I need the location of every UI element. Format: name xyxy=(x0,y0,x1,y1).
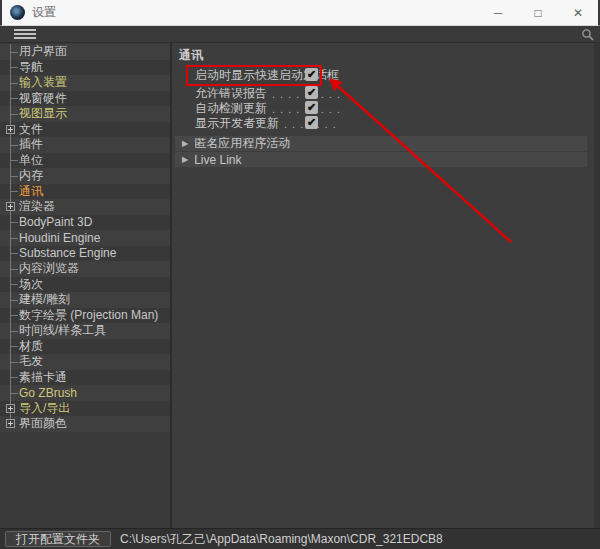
statusbar: 打开配置文件夹 C:\Users\孔乙己\AppData\Roaming\Max… xyxy=(0,528,600,549)
sidebar-item-label: 材质 xyxy=(19,338,43,355)
preferences-tree: 用户界面 导航 输入装置 视窗硬件 视图显示 文件 插件 单位 内存 通讯 渲染… xyxy=(0,43,172,528)
sidebar-item-modeling-sculpting[interactable]: 建模/雕刻 xyxy=(0,292,170,308)
preferences-window: 设置 ─ □ ✕ 用户界面 导航 输入装置 视窗硬件 视图显示 文件 插件 单位 xyxy=(0,0,600,549)
sidebar-item-go-zbrush[interactable]: Go ZBrush xyxy=(0,385,170,401)
expand-plus-icon[interactable] xyxy=(6,125,15,134)
sidebar-item-label: 毛发 xyxy=(19,353,43,370)
sidebar-item-input-devices[interactable]: 输入装置 xyxy=(0,75,170,91)
sidebar-item-hair[interactable]: 毛发 xyxy=(0,354,170,370)
search-icon[interactable] xyxy=(581,28,595,42)
sidebar-item-bodypaint-3d[interactable]: BodyPaint 3D xyxy=(0,215,170,231)
checkbox-checked[interactable]: ✔ xyxy=(305,68,318,81)
checkbox-checked[interactable]: ✔ xyxy=(305,116,318,129)
sidebar-item-label: Go ZBrush xyxy=(19,386,77,400)
sidebar-item-label: 通讯 xyxy=(19,183,43,200)
group-label: 匿名应用程序活动 xyxy=(194,135,290,152)
titlebar: 设置 ─ □ ✕ xyxy=(0,0,600,26)
sidebar-item-sketch-toon[interactable]: 素描卡通 xyxy=(0,370,170,386)
sidebar-item-user-interface[interactable]: 用户界面 xyxy=(0,44,170,60)
sidebar-item-content-browser[interactable]: 内容浏览器 xyxy=(0,261,170,277)
maximize-button[interactable]: □ xyxy=(518,0,558,25)
expand-plus-icon[interactable] xyxy=(6,419,15,428)
minimize-button[interactable]: ─ xyxy=(478,0,518,25)
sidebar-item-label: Substance Engine xyxy=(19,246,116,260)
option-show-quickstart-dialog[interactable]: 启动时显示快速启动对话框 ✔ xyxy=(195,68,339,83)
sidebar-item-label: 用户界面 xyxy=(19,43,67,60)
sidebar-item-navigation[interactable]: 导航 xyxy=(0,60,170,76)
sidebar-item-label: BodyPaint 3D xyxy=(19,215,92,229)
sidebar-item-material[interactable]: 材质 xyxy=(0,339,170,355)
sidebar-item-label: 内容浏览器 xyxy=(19,260,79,277)
window-title: 设置 xyxy=(32,4,56,21)
option-show-developer-updates[interactable]: 显示开发者更新 . . . . . . . ✔ xyxy=(195,116,337,131)
sidebar-item-houdini-engine[interactable]: Houdini Engine xyxy=(0,230,170,246)
sidebar-item-label: 视窗硬件 xyxy=(19,90,67,107)
sidebar-item-view-display[interactable]: 视图显示 xyxy=(0,106,170,122)
option-allow-error-reports[interactable]: 允许错误报告 . . . . . . . . . ✔ xyxy=(195,86,341,101)
sidebar-item-label: 建模/雕刻 xyxy=(19,291,70,308)
checkbox-checked[interactable]: ✔ xyxy=(305,101,318,114)
sidebar-item-communication[interactable]: 通讯 xyxy=(0,184,170,200)
option-auto-check-updates[interactable]: 自动检测更新 . . . . . . . . . ✔ xyxy=(195,101,341,116)
sidebar-item-units[interactable]: 单位 xyxy=(0,153,170,169)
sidebar-item-label: 时间线/样条工具 xyxy=(19,322,106,339)
group-label: Live Link xyxy=(194,153,241,167)
sidebar-item-label: 输入装置 xyxy=(19,74,67,91)
collapsed-triangle-icon: ▶ xyxy=(182,155,188,164)
sidebar-item-view-hardware[interactable]: 视窗硬件 xyxy=(0,91,170,107)
sidebar-item-substance-engine[interactable]: Substance Engine xyxy=(0,246,170,262)
sidebar-item-label: 单位 xyxy=(19,152,43,169)
app-icon xyxy=(10,5,25,20)
sidebar-item-label: 导航 xyxy=(19,59,43,76)
sidebar-item-renderer[interactable]: 渲染器 xyxy=(0,199,170,215)
section-title: 通讯 xyxy=(179,47,203,64)
sidebar-item-timeline-spline-tools[interactable]: 时间线/样条工具 xyxy=(0,323,170,339)
sidebar-item-label: 数字绘景 (Projection Man) xyxy=(19,307,158,324)
menu-icon[interactable] xyxy=(14,29,36,40)
sidebar-item-import-export[interactable]: 导入/导出 xyxy=(0,401,170,417)
sidebar-item-files[interactable]: 文件 xyxy=(0,122,170,138)
close-button[interactable]: ✕ xyxy=(558,0,598,25)
option-label: 显示开发者更新 xyxy=(195,115,279,132)
sidebar-item-label: 视图显示 xyxy=(19,105,67,122)
config-path: C:\Users\孔乙己\AppData\Roaming\Maxon\CDR_3… xyxy=(120,531,443,548)
tree-line xyxy=(10,44,11,424)
sidebar-item-label: 导入/导出 xyxy=(19,400,70,417)
sidebar-item-label: 场次 xyxy=(19,276,43,293)
checkbox-checked[interactable]: ✔ xyxy=(305,86,318,99)
sidebar-item-label: 渲染器 xyxy=(19,198,55,215)
sidebar-item-label: Houdini Engine xyxy=(19,231,100,245)
window-controls: ─ □ ✕ xyxy=(478,0,598,25)
sidebar-item-label: 素描卡通 xyxy=(19,369,67,386)
group-live-link[interactable]: ▶ Live Link xyxy=(175,152,587,167)
expand-plus-icon[interactable] xyxy=(6,404,15,413)
expand-plus-icon[interactable] xyxy=(6,202,15,211)
tree-rows: 用户界面 导航 输入装置 视窗硬件 视图显示 文件 插件 单位 内存 通讯 渲染… xyxy=(0,44,170,432)
sidebar-item-label: 界面颜色 xyxy=(19,415,67,432)
sidebar-item-memory[interactable]: 内存 xyxy=(0,168,170,184)
collapsed-triangle-icon: ▶ xyxy=(182,139,188,148)
sidebar-item-label: 内存 xyxy=(19,167,43,184)
sidebar-item-label: 插件 xyxy=(19,136,43,153)
sidebar-item-projection-man[interactable]: 数字绘景 (Projection Man) xyxy=(0,308,170,324)
group-anonymous-app-activity[interactable]: ▶ 匿名应用程序活动 xyxy=(175,136,587,151)
open-config-folder-button[interactable]: 打开配置文件夹 xyxy=(5,531,111,547)
sidebar-item-plugins[interactable]: 插件 xyxy=(0,137,170,153)
settings-panel: 通讯 启动时显示快速启动对话框 ✔ 允许错误报告 . . . . . . . .… xyxy=(174,43,600,528)
sidebar-item-label: 文件 xyxy=(19,121,43,138)
toolbar xyxy=(0,26,600,43)
sidebar-item-takes[interactable]: 场次 xyxy=(0,277,170,293)
sidebar-item-interface-colors[interactable]: 界面颜色 xyxy=(0,416,170,432)
